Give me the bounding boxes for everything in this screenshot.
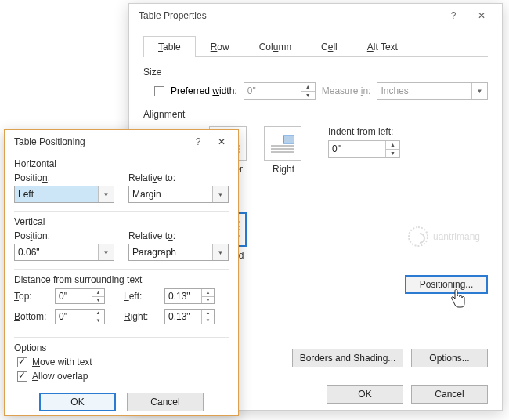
v-relative-combo[interactable]: Paragraph▼ — [128, 244, 229, 261]
cancel-button[interactable]: Cancel — [411, 385, 488, 404]
vertical-label: Vertical — [14, 216, 229, 227]
close-button[interactable]: ✕ — [210, 136, 233, 147]
h-relative-combo[interactable]: Margin▼ — [128, 186, 229, 203]
spin-up-icon: ▲ — [301, 83, 315, 92]
tab-table[interactable]: Table — [143, 36, 196, 57]
watermark: uantrimang — [408, 226, 480, 247]
preferred-width-label: Preferred width: — [171, 85, 237, 96]
options-label: Options — [14, 342, 229, 353]
tab-column[interactable]: Column — [244, 36, 306, 57]
bottom-label: Bottom: — [14, 311, 50, 322]
measure-in-label: Measure in: — [322, 85, 371, 96]
preferred-width-checkbox[interactable] — [154, 86, 164, 96]
indent-label: Indent from left: — [328, 126, 400, 137]
allow-overlap-checkbox[interactable] — [17, 371, 27, 382]
h-position-combo[interactable]: Left▼ — [14, 186, 114, 203]
close-button[interactable]: ✕ — [467, 5, 496, 27]
allow-overlap-label: Allow overlap — [32, 371, 88, 382]
move-with-text-label: Move with text — [32, 357, 92, 368]
right-input[interactable]: 0.13"▲▼ — [164, 309, 215, 324]
tab-row[interactable]: Row — [196, 36, 244, 57]
dialog-title: Table Properties — [139, 10, 207, 21]
ok-button[interactable]: OK — [327, 385, 403, 404]
v-position-combo[interactable]: 0.06"▼ — [14, 244, 114, 261]
options-button[interactable]: Options... — [411, 349, 488, 368]
size-group-label: Size — [143, 67, 488, 78]
titlebar: Table Properties ? ✕ — [129, 4, 502, 27]
chevron-down-icon: ▼ — [212, 186, 228, 202]
help-button[interactable]: ? — [439, 5, 467, 27]
left-input[interactable]: 0.13"▲▼ — [164, 288, 215, 304]
preferred-width-input[interactable]: 0" ▲▼ — [244, 82, 316, 100]
borders-shading-button[interactable]: Borders and Shading... — [292, 349, 403, 368]
ok-button[interactable]: OK — [39, 393, 116, 411]
right-label: Right: — [124, 311, 160, 322]
move-with-text-checkbox[interactable] — [17, 357, 27, 368]
tab-cell[interactable]: Cell — [306, 36, 352, 57]
distance-label: Distance from surrounding text — [14, 274, 229, 285]
dialog-title: Table Positioning — [14, 136, 85, 147]
cursor-hand-icon — [449, 289, 467, 316]
svg-rect-4 — [283, 136, 294, 143]
tabs: Table Row Column Cell Alt Text — [143, 35, 488, 57]
top-input[interactable]: 0"▲▼ — [55, 288, 105, 304]
chevron-down-icon: ▼ — [212, 244, 228, 260]
chevron-down-icon: ▼ — [98, 244, 114, 260]
v-position-label: Position: — [14, 230, 114, 241]
h-relative-label: Relative to: — [128, 172, 229, 183]
chevron-down-icon: ▼ — [471, 83, 487, 99]
h-position-label: Position: — [14, 172, 114, 183]
titlebar: Table Positioning ? ✕ — [5, 130, 238, 154]
align-right-button[interactable]: Right — [264, 126, 303, 175]
horizontal-label: Horizontal — [14, 158, 229, 169]
indent-input[interactable]: 0" ▲▼ — [328, 140, 400, 158]
v-relative-label: Relative to: — [128, 230, 229, 241]
table-positioning-dialog: Table Positioning ? ✕ Horizontal Positio… — [4, 129, 239, 416]
alignment-group-label: Alignment — [143, 109, 488, 120]
measure-in-combo[interactable]: Inches ▼ — [377, 82, 488, 100]
tab-alt-text[interactable]: Alt Text — [352, 36, 413, 57]
left-label: Left: — [124, 291, 160, 302]
positioning-button[interactable]: Positioning... — [405, 275, 488, 294]
help-button[interactable]: ? — [186, 136, 210, 147]
indent-block: Indent from left: 0" ▲▼ — [328, 126, 400, 158]
size-row: Preferred width: 0" ▲▼ Measure in: Inche… — [154, 82, 488, 100]
top-label: Top: — [14, 291, 50, 302]
spin-down-icon: ▼ — [301, 92, 315, 100]
cancel-button[interactable]: Cancel — [127, 393, 204, 411]
bottom-input[interactable]: 0"▲▼ — [55, 309, 105, 324]
chevron-down-icon: ▼ — [98, 186, 114, 202]
gear-icon — [408, 226, 428, 247]
